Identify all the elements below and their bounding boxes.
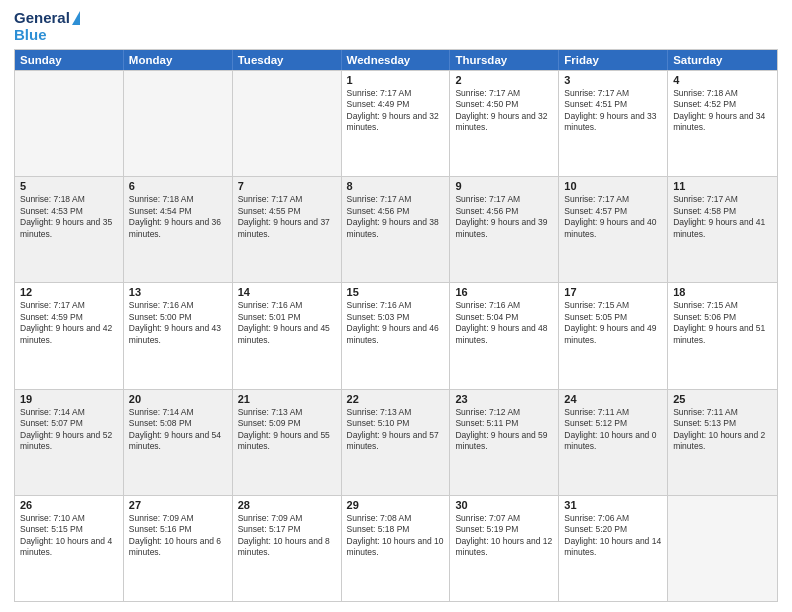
calendar-cell-1-0: 5Sunrise: 7:18 AMSunset: 4:53 PMDaylight… xyxy=(15,177,124,282)
calendar-cell-3-6: 25Sunrise: 7:11 AMSunset: 5:13 PMDayligh… xyxy=(668,390,777,495)
calendar-cell-4-6 xyxy=(668,496,777,601)
cell-info: Sunrise: 7:17 AMSunset: 4:56 PMDaylight:… xyxy=(455,194,553,240)
day-number: 9 xyxy=(455,180,553,192)
calendar-cell-1-1: 6Sunrise: 7:18 AMSunset: 4:54 PMDaylight… xyxy=(124,177,233,282)
cell-info: Sunrise: 7:17 AMSunset: 4:56 PMDaylight:… xyxy=(347,194,445,240)
logo-text-blue: Blue xyxy=(14,27,47,44)
calendar-cell-3-3: 22Sunrise: 7:13 AMSunset: 5:10 PMDayligh… xyxy=(342,390,451,495)
calendar-cell-4-2: 28Sunrise: 7:09 AMSunset: 5:17 PMDayligh… xyxy=(233,496,342,601)
calendar-cell-0-1 xyxy=(124,71,233,176)
calendar-cell-4-3: 29Sunrise: 7:08 AMSunset: 5:18 PMDayligh… xyxy=(342,496,451,601)
cell-info: Sunrise: 7:18 AMSunset: 4:52 PMDaylight:… xyxy=(673,88,772,134)
cell-info: Sunrise: 7:16 AMSunset: 5:01 PMDaylight:… xyxy=(238,300,336,346)
day-number: 16 xyxy=(455,286,553,298)
calendar-row-1: 5Sunrise: 7:18 AMSunset: 4:53 PMDaylight… xyxy=(15,176,777,282)
day-number: 20 xyxy=(129,393,227,405)
calendar-body: 1Sunrise: 7:17 AMSunset: 4:49 PMDaylight… xyxy=(15,70,777,601)
calendar-cell-2-6: 18Sunrise: 7:15 AMSunset: 5:06 PMDayligh… xyxy=(668,283,777,388)
calendar-cell-2-3: 15Sunrise: 7:16 AMSunset: 5:03 PMDayligh… xyxy=(342,283,451,388)
day-number: 26 xyxy=(20,499,118,511)
day-number: 3 xyxy=(564,74,662,86)
day-number: 19 xyxy=(20,393,118,405)
cell-info: Sunrise: 7:17 AMSunset: 4:49 PMDaylight:… xyxy=(347,88,445,134)
day-number: 25 xyxy=(673,393,772,405)
day-number: 22 xyxy=(347,393,445,405)
calendar-cell-0-4: 2Sunrise: 7:17 AMSunset: 4:50 PMDaylight… xyxy=(450,71,559,176)
header-wednesday: Wednesday xyxy=(342,50,451,70)
header-friday: Friday xyxy=(559,50,668,70)
cell-info: Sunrise: 7:08 AMSunset: 5:18 PMDaylight:… xyxy=(347,513,445,559)
day-number: 18 xyxy=(673,286,772,298)
calendar-cell-3-1: 20Sunrise: 7:14 AMSunset: 5:08 PMDayligh… xyxy=(124,390,233,495)
day-number: 24 xyxy=(564,393,662,405)
calendar-row-2: 12Sunrise: 7:17 AMSunset: 4:59 PMDayligh… xyxy=(15,282,777,388)
calendar-cell-4-4: 30Sunrise: 7:07 AMSunset: 5:19 PMDayligh… xyxy=(450,496,559,601)
cell-info: Sunrise: 7:17 AMSunset: 4:59 PMDaylight:… xyxy=(20,300,118,346)
cell-info: Sunrise: 7:13 AMSunset: 5:10 PMDaylight:… xyxy=(347,407,445,453)
day-number: 1 xyxy=(347,74,445,86)
day-number: 13 xyxy=(129,286,227,298)
logo: General Blue xyxy=(14,10,80,43)
calendar-cell-4-1: 27Sunrise: 7:09 AMSunset: 5:16 PMDayligh… xyxy=(124,496,233,601)
calendar-row-0: 1Sunrise: 7:17 AMSunset: 4:49 PMDaylight… xyxy=(15,70,777,176)
header-sunday: Sunday xyxy=(15,50,124,70)
calendar-cell-1-6: 11Sunrise: 7:17 AMSunset: 4:58 PMDayligh… xyxy=(668,177,777,282)
cell-info: Sunrise: 7:13 AMSunset: 5:09 PMDaylight:… xyxy=(238,407,336,453)
day-number: 17 xyxy=(564,286,662,298)
calendar-cell-2-0: 12Sunrise: 7:17 AMSunset: 4:59 PMDayligh… xyxy=(15,283,124,388)
cell-info: Sunrise: 7:17 AMSunset: 4:51 PMDaylight:… xyxy=(564,88,662,134)
calendar-cell-1-5: 10Sunrise: 7:17 AMSunset: 4:57 PMDayligh… xyxy=(559,177,668,282)
calendar-cell-2-5: 17Sunrise: 7:15 AMSunset: 5:05 PMDayligh… xyxy=(559,283,668,388)
calendar-cell-0-2 xyxy=(233,71,342,176)
header-thursday: Thursday xyxy=(450,50,559,70)
cell-info: Sunrise: 7:07 AMSunset: 5:19 PMDaylight:… xyxy=(455,513,553,559)
cell-info: Sunrise: 7:15 AMSunset: 5:05 PMDaylight:… xyxy=(564,300,662,346)
cell-info: Sunrise: 7:17 AMSunset: 4:57 PMDaylight:… xyxy=(564,194,662,240)
calendar-cell-0-3: 1Sunrise: 7:17 AMSunset: 4:49 PMDaylight… xyxy=(342,71,451,176)
day-number: 23 xyxy=(455,393,553,405)
cell-info: Sunrise: 7:11 AMSunset: 5:12 PMDaylight:… xyxy=(564,407,662,453)
day-number: 12 xyxy=(20,286,118,298)
calendar-cell-3-2: 21Sunrise: 7:13 AMSunset: 5:09 PMDayligh… xyxy=(233,390,342,495)
day-number: 6 xyxy=(129,180,227,192)
day-number: 5 xyxy=(20,180,118,192)
cell-info: Sunrise: 7:11 AMSunset: 5:13 PMDaylight:… xyxy=(673,407,772,453)
cell-info: Sunrise: 7:14 AMSunset: 5:07 PMDaylight:… xyxy=(20,407,118,453)
calendar-cell-1-3: 8Sunrise: 7:17 AMSunset: 4:56 PMDaylight… xyxy=(342,177,451,282)
day-number: 30 xyxy=(455,499,553,511)
cell-info: Sunrise: 7:12 AMSunset: 5:11 PMDaylight:… xyxy=(455,407,553,453)
day-number: 2 xyxy=(455,74,553,86)
calendar-cell-0-0 xyxy=(15,71,124,176)
cell-info: Sunrise: 7:18 AMSunset: 4:54 PMDaylight:… xyxy=(129,194,227,240)
cell-info: Sunrise: 7:18 AMSunset: 4:53 PMDaylight:… xyxy=(20,194,118,240)
cell-info: Sunrise: 7:09 AMSunset: 5:16 PMDaylight:… xyxy=(129,513,227,559)
day-number: 10 xyxy=(564,180,662,192)
header-monday: Monday xyxy=(124,50,233,70)
day-number: 27 xyxy=(129,499,227,511)
day-number: 11 xyxy=(673,180,772,192)
day-number: 28 xyxy=(238,499,336,511)
calendar-cell-2-4: 16Sunrise: 7:16 AMSunset: 5:04 PMDayligh… xyxy=(450,283,559,388)
cell-info: Sunrise: 7:10 AMSunset: 5:15 PMDaylight:… xyxy=(20,513,118,559)
calendar-row-3: 19Sunrise: 7:14 AMSunset: 5:07 PMDayligh… xyxy=(15,389,777,495)
cell-info: Sunrise: 7:16 AMSunset: 5:03 PMDaylight:… xyxy=(347,300,445,346)
calendar-cell-4-0: 26Sunrise: 7:10 AMSunset: 5:15 PMDayligh… xyxy=(15,496,124,601)
day-number: 31 xyxy=(564,499,662,511)
calendar-header: Sunday Monday Tuesday Wednesday Thursday… xyxy=(15,50,777,70)
logo-text-general: General xyxy=(14,10,70,27)
header: General Blue xyxy=(14,10,778,43)
cell-info: Sunrise: 7:17 AMSunset: 4:55 PMDaylight:… xyxy=(238,194,336,240)
header-tuesday: Tuesday xyxy=(233,50,342,70)
calendar-cell-3-5: 24Sunrise: 7:11 AMSunset: 5:12 PMDayligh… xyxy=(559,390,668,495)
logo-triangle-icon xyxy=(72,11,80,25)
cell-info: Sunrise: 7:17 AMSunset: 4:50 PMDaylight:… xyxy=(455,88,553,134)
calendar-cell-2-1: 13Sunrise: 7:16 AMSunset: 5:00 PMDayligh… xyxy=(124,283,233,388)
calendar: Sunday Monday Tuesday Wednesday Thursday… xyxy=(14,49,778,602)
cell-info: Sunrise: 7:09 AMSunset: 5:17 PMDaylight:… xyxy=(238,513,336,559)
day-number: 7 xyxy=(238,180,336,192)
cell-info: Sunrise: 7:15 AMSunset: 5:06 PMDaylight:… xyxy=(673,300,772,346)
calendar-cell-3-4: 23Sunrise: 7:12 AMSunset: 5:11 PMDayligh… xyxy=(450,390,559,495)
cell-info: Sunrise: 7:14 AMSunset: 5:08 PMDaylight:… xyxy=(129,407,227,453)
calendar-cell-0-6: 4Sunrise: 7:18 AMSunset: 4:52 PMDaylight… xyxy=(668,71,777,176)
day-number: 14 xyxy=(238,286,336,298)
